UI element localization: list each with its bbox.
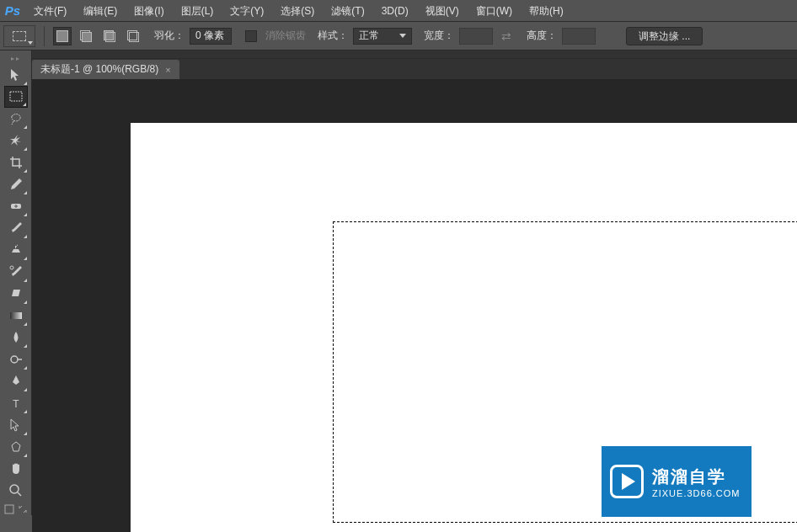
menu-help[interactable]: 帮助(H): [521, 0, 572, 22]
menu-3d[interactable]: 3D(D): [373, 0, 417, 22]
height-input: [562, 28, 596, 45]
watermark-title: 溜溜自学: [652, 466, 740, 488]
menu-view[interactable]: 视图(V): [417, 0, 468, 22]
gradient-tool[interactable]: [4, 305, 28, 327]
svg-point-2: [10, 266, 13, 269]
menu-window[interactable]: 窗口(W): [468, 0, 521, 22]
edit-toolbar-icon[interactable]: [3, 503, 15, 515]
hand-tool[interactable]: [4, 458, 28, 480]
height-label: 高度：: [527, 29, 557, 43]
app-logo: Ps: [0, 0, 25, 22]
play-icon: [610, 465, 644, 498]
color-swap-icon[interactable]: [17, 503, 29, 515]
svg-point-4: [11, 356, 18, 363]
svg-rect-3: [10, 312, 22, 319]
width-label: 宽度：: [424, 29, 454, 43]
pen-tool[interactable]: [4, 370, 28, 392]
marquee-icon: [13, 31, 26, 41]
antialias-label: 消除锯齿: [265, 29, 306, 43]
menu-file[interactable]: 文件(F): [25, 0, 75, 22]
type-tool[interactable]: T: [4, 392, 28, 414]
options-bar: 羽化： 消除锯齿 样式： 正常 宽度： ⇄ 高度： 调整边缘 ...: [0, 22, 797, 51]
move-tool[interactable]: [4, 64, 28, 86]
dodge-tool[interactable]: [4, 348, 28, 370]
healing-brush-tool[interactable]: [4, 195, 28, 217]
watermark-url: ZIXUE.3D66.COM: [652, 488, 740, 498]
svg-rect-0: [10, 92, 22, 101]
selection-subtract[interactable]: [100, 27, 119, 45]
menu-filter[interactable]: 滤镜(T): [323, 0, 372, 22]
history-brush-tool[interactable]: [4, 261, 28, 283]
document-tab-title: 未标题-1 @ 100%(RGB/8): [40, 62, 158, 77]
svg-rect-8: [5, 505, 13, 513]
shape-tool[interactable]: [4, 436, 28, 458]
feather-label: 羽化：: [154, 29, 185, 43]
svg-text:T: T: [13, 398, 19, 410]
antialias-checkbox: [245, 30, 257, 42]
lasso-tool[interactable]: [4, 108, 28, 130]
menu-select[interactable]: 选择(S): [272, 0, 323, 22]
tool-preset-picker[interactable]: [3, 25, 35, 47]
menu-layer[interactable]: 图层(L): [173, 0, 222, 22]
blur-tool[interactable]: [4, 327, 28, 348]
divider: [44, 26, 45, 46]
extra-tools-row: [3, 503, 29, 515]
style-select[interactable]: 正常: [353, 28, 412, 45]
zoom-tool[interactable]: [4, 480, 28, 502]
rectangular-marquee-tool[interactable]: [4, 86, 28, 108]
menu-edit[interactable]: 编辑(E): [75, 0, 126, 22]
refine-edge-button[interactable]: 调整边缘 ...: [626, 27, 703, 45]
selection-new[interactable]: [53, 27, 72, 45]
menu-bar: Ps 文件(F) 编辑(E) 图像(I) 图层(L) 文字(Y) 选择(S) 滤…: [0, 0, 797, 22]
crop-tool[interactable]: [4, 152, 28, 173]
eyedropper-tool[interactable]: [4, 173, 28, 195]
eraser-tool[interactable]: [4, 283, 28, 305]
path-selection-tool[interactable]: [4, 414, 28, 436]
svg-marker-6: [12, 442, 20, 451]
magic-wand-tool[interactable]: [4, 130, 28, 152]
style-label: 样式：: [318, 29, 348, 43]
width-input: [459, 28, 493, 45]
feather-input[interactable]: [190, 28, 232, 45]
selection-add[interactable]: [77, 27, 95, 45]
toolbar-grip[interactable]: ▸▸: [3, 56, 29, 61]
selection-intersect[interactable]: [124, 27, 142, 45]
close-tab-icon[interactable]: ×: [165, 65, 170, 75]
menu-type[interactable]: 文字(Y): [222, 0, 272, 22]
swap-dimensions-icon: ⇄: [498, 28, 515, 45]
watermark-overlay: 溜溜自学 ZIXUE.3D66.COM: [602, 446, 752, 517]
grip-icon: ▸▸: [11, 55, 21, 62]
menu-image[interactable]: 图像(I): [126, 0, 172, 22]
tools-panel: ▸▸ T: [0, 51, 32, 515]
left-dock-grip[interactable]: ▸▸: [0, 51, 797, 59]
document-tabs: 未标题-1 @ 100%(RGB/8) ×: [0, 59, 797, 79]
clone-stamp-tool[interactable]: [4, 239, 28, 261]
document-tab[interactable]: 未标题-1 @ 100%(RGB/8) ×: [32, 60, 179, 79]
svg-point-7: [10, 485, 19, 493]
brush-tool[interactable]: [4, 217, 28, 239]
